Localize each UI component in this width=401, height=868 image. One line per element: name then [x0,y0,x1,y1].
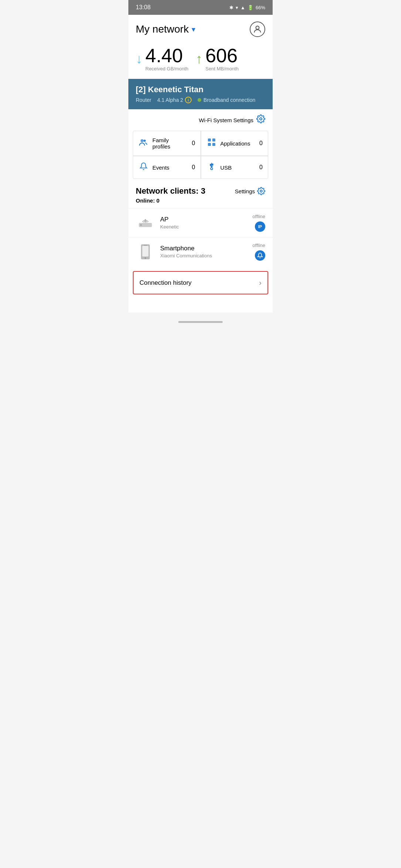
svg-rect-7 [212,143,215,146]
received-label: Received GB/month [145,66,188,71]
router-banner[interactable]: [2] Keenetic Titan Router 4.1 Alpha 2 i … [128,79,273,109]
svg-point-9 [260,190,262,192]
wifi-icon: ▾ [236,5,238,10]
info-icon[interactable]: i [185,97,192,103]
wifi-settings-label: Wi-Fi System Settings [199,117,253,123]
svg-rect-15 [142,246,149,256]
chevron-right-icon: › [259,278,262,287]
status-time: 13:08 [136,4,151,11]
battery-icon: 🔋 [247,5,253,10]
ap-sub: Keenetic [160,224,253,230]
applications-card[interactable]: Applications 0 [201,131,268,156]
received-stat: ↓ 4.40 Received GB/month [136,46,188,71]
family-profiles-label: Family profiles [152,137,188,150]
svg-rect-11 [140,224,142,226]
app-title: My network [136,23,189,35]
gear-icon[interactable] [256,114,265,126]
ap-badge: IP [255,221,265,232]
router-version-text: 4.1 Alpha 2 [157,97,183,103]
router-type: Router [136,97,151,103]
broadband-label: Broadband connection [203,97,255,103]
broadband-status: Broadband connection [198,97,255,103]
smartphone-name: Smartphone [160,245,253,252]
smartphone-sub: Xiaomi Communications [160,253,253,258]
sent-label: Sent MB/month [205,66,239,71]
dropdown-arrow-icon[interactable]: ▾ [192,25,195,34]
header-title-group[interactable]: My network ▾ [136,23,195,35]
svg-point-0 [256,26,259,29]
svg-point-1 [260,118,262,120]
router-version: 4.1 Alpha 2 i [157,97,192,103]
wifi-settings-row[interactable]: Wi-Fi System Settings [128,109,273,131]
ap-offline-label: offline [253,214,265,219]
upload-arrow-icon: ↑ [196,52,202,66]
smartphone-badge [255,250,265,261]
received-value: 4.40 [145,46,188,65]
router-name: [2] Keenetic Titan [136,85,265,94]
ap-status: offline IP [253,214,265,232]
usb-label: USB [220,164,256,171]
applications-label: Applications [220,140,256,147]
events-icon [138,162,149,173]
download-arrow-icon: ↓ [136,52,142,66]
bottom-bar [128,313,273,331]
smartphone-device-icon [136,244,155,260]
family-profiles-count: 0 [192,140,195,147]
smartphone-status: offline [253,243,265,261]
svg-rect-6 [208,143,211,146]
ap-name: AP [160,216,253,223]
svg-point-13 [145,219,146,220]
header: My network ▾ [128,15,273,42]
svg-rect-4 [208,138,211,141]
router-meta: Router 4.1 Alpha 2 i Broadband connectio… [136,97,265,103]
ap-device-icon [136,215,155,231]
sent-value: 606 [205,46,239,65]
avatar-button[interactable] [250,21,265,37]
svg-point-2 [141,139,144,142]
usb-icon [206,162,217,173]
battery-percent: 66% [256,5,265,10]
smartphone-offline-label: offline [253,243,265,248]
status-dot-icon [198,98,201,102]
bottom-indicator [178,321,223,323]
svg-rect-17 [144,245,147,246]
smartphone-info: Smartphone Xiaomi Communications [160,245,253,258]
applications-icon [206,138,217,148]
events-count: 0 [192,164,195,171]
network-clients-title: Network clients: 3 [136,186,205,196]
usb-count: 0 [259,164,263,171]
svg-point-16 [145,257,146,258]
clients-settings-link[interactable]: Settings [235,187,265,195]
connection-history-button[interactable]: Connection history › [133,271,268,294]
svg-point-8 [210,168,213,170]
events-label: Events [152,164,188,171]
usb-card[interactable]: USB 0 [201,156,268,178]
main-content: My network ▾ ↓ 4.40 Received GB/month ↑ … [128,15,273,313]
stats-section: ↓ 4.40 Received GB/month ↑ 606 Sent MB/m… [128,42,273,79]
events-card[interactable]: Events 0 [133,156,200,178]
applications-count: 0 [259,140,263,147]
network-clients-header: Network clients: 3 Settings [128,179,273,197]
client-item-ap[interactable]: AP Keenetic offline IP [128,208,273,237]
grid-cards: Family profiles 0 Applications 0 [133,131,268,179]
clients-settings-label: Settings [235,188,255,194]
svg-rect-5 [212,138,215,141]
sent-stat: ↑ 606 Sent MB/month [196,46,239,71]
family-profiles-card[interactable]: Family profiles 0 [133,131,200,156]
connection-history-label: Connection history [139,279,192,287]
online-count: Online: 0 [128,197,273,208]
bluetooth-icon: ✱ [229,5,233,10]
ap-info: AP Keenetic [160,216,253,230]
signal-icon: ▲ [240,5,245,10]
family-profiles-icon [138,138,149,148]
client-item-smartphone[interactable]: Smartphone Xiaomi Communications offline [128,237,273,266]
svg-point-3 [144,140,146,142]
status-bar: 13:08 ✱ ▾ ▲ 🔋 66% [128,0,273,15]
status-icons: ✱ ▾ ▲ 🔋 66% [229,5,265,10]
